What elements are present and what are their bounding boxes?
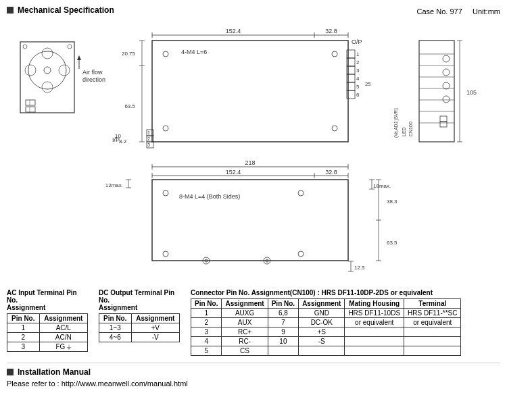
svg-point-39 — [163, 126, 168, 131]
dim-152-top: 152.4 — [226, 28, 241, 34]
svg-point-38 — [332, 51, 337, 57]
dim-63: 63.5 — [387, 240, 397, 246]
section-header-mech: Mechanical Specification — [7, 5, 114, 15]
svg-rect-62 — [440, 116, 447, 122]
tables-row: AC Input Terminal Pin No. Assignment Pin… — [7, 289, 500, 356]
table-row: 1~3+V — [99, 323, 180, 333]
svg-point-5 — [25, 65, 36, 76]
table-row: 2AC/N — [7, 333, 88, 342]
case-info: Case No. 977 Unit:mm — [417, 7, 501, 16]
svg-point-64 — [443, 55, 450, 62]
svg-text:6: 6 — [356, 92, 360, 98]
svg-rect-10 — [26, 107, 35, 112]
svg-rect-63 — [440, 122, 447, 127]
svg-point-40 — [332, 126, 337, 131]
table-row: 4RC-10-S — [191, 337, 461, 346]
mechanical-diagram: Air flow direction 152.4 32.8 20.75 63.5… — [7, 22, 507, 282]
table-row: 3RC+9+S — [191, 327, 461, 337]
svg-text:3: 3 — [147, 142, 150, 147]
ac-input-section: AC Input Terminal Pin No. Assignment Pin… — [7, 289, 88, 352]
svg-point-6 — [59, 65, 70, 76]
table-row: 2AUX7DC-OKor equivalentor equivalent — [191, 318, 461, 327]
dc-table: Pin No. Assignment 1~3+V4~6-V — [99, 313, 180, 342]
svg-rect-21 — [152, 41, 348, 142]
installation-section: Installation Manual Please refer to : ht… — [7, 363, 500, 388]
svg-point-2 — [44, 67, 51, 74]
svg-point-86 — [163, 190, 168, 196]
svg-point-87 — [298, 190, 304, 196]
screw-label-bottom: 8-M4 L=4 (Both Sides) — [179, 193, 240, 200]
mech-top-bar: Mechanical Specification Case No. 977 Un… — [7, 5, 500, 18]
dim-38: 38.3 — [387, 199, 397, 205]
table-row: 5CS — [191, 346, 461, 356]
ac-table-title: AC Input Terminal Pin No. Assignment — [7, 289, 88, 311]
table-row: 4~6-V — [99, 333, 180, 342]
section-icon — [7, 7, 14, 14]
svg-text:3: 3 — [356, 68, 360, 74]
install-link-text: Please refer to : http://www.meanwell.co… — [7, 379, 500, 388]
svg-rect-0 — [20, 42, 74, 113]
dc-table-title: DC Output Terminal Pin No. Assignment — [99, 289, 180, 311]
svg-text:8.2: 8.2 — [119, 138, 127, 145]
svg-point-88 — [163, 251, 168, 257]
dc-output-section: DC Output Terminal Pin No. Assignment Pi… — [99, 289, 180, 342]
connector-section: Connector Pin No. Assignment(CN100) : HR… — [191, 289, 461, 356]
dim-152-bottom: 152.4 — [226, 169, 241, 176]
install-header: Installation Manual — [7, 367, 500, 377]
svg-text:2: 2 — [356, 59, 360, 65]
svg-rect-54 — [419, 41, 454, 142]
dim-105: 105 — [466, 89, 477, 96]
svg-text:direction: direction — [82, 76, 105, 83]
table-row: 1AUXG6,8GNDHRS DF11-10DSHRS DF11-**SC — [191, 309, 461, 318]
screw-label-top: 4-M4 L=6 — [181, 49, 207, 55]
ac-col-assign: Assignment — [39, 314, 87, 323]
dim-12max: 12max. — [105, 182, 123, 188]
svg-rect-79 — [152, 180, 348, 261]
diagram-area: Air flow direction 152.4 32.8 20.75 63.5… — [7, 22, 500, 285]
section-title: Mechanical Specification — [18, 5, 114, 15]
svr1-label: (Va.ADJ.)SVR1 — [393, 107, 399, 138]
table-row: 3FG ⏚ — [7, 342, 88, 352]
ac-col-pin: Pin No. — [7, 314, 40, 323]
svg-point-4 — [42, 82, 53, 93]
svg-point-67 — [443, 96, 450, 103]
svg-text:5: 5 — [356, 84, 360, 90]
svg-point-8 — [68, 45, 72, 49]
svg-point-1 — [28, 51, 66, 89]
dim-32-top: 32.8 — [325, 28, 337, 34]
unit: Unit:mm — [473, 7, 500, 16]
ac-table: Pin No. Assignment 1AC/L2AC/N3FG ⏚ — [7, 313, 88, 352]
dim-32-bottom: 32.8 — [325, 169, 337, 176]
dc-col-pin: Pin No. — [99, 314, 132, 323]
svg-text:25: 25 — [365, 81, 370, 87]
op-label: O/P — [352, 38, 362, 45]
dim-12-5: 12.5 — [354, 265, 365, 271]
svg-point-37 — [163, 51, 168, 57]
dc-col-assign: Assignment — [131, 314, 179, 323]
svg-point-3 — [42, 48, 53, 59]
svg-text:1: 1 — [147, 130, 150, 135]
svg-text:1: 1 — [356, 51, 360, 57]
dim-218: 218 — [245, 159, 255, 166]
svg-text:2: 2 — [147, 136, 150, 141]
cn100-label: CN100 — [408, 122, 413, 136]
svg-text:63.5: 63.5 — [124, 103, 135, 109]
svg-text:4: 4 — [356, 76, 360, 82]
svg-text:20.75: 20.75 — [122, 51, 136, 57]
dim-18max: 18max. — [373, 183, 391, 189]
connector-title: Connector Pin No. Assignment(CN100) : HR… — [191, 289, 461, 296]
case-no: Case No. 977 — [417, 7, 462, 16]
svg-rect-9 — [26, 100, 35, 105]
install-title: Installation Manual — [18, 367, 91, 377]
svg-point-89 — [298, 251, 304, 257]
svg-marker-15 — [77, 55, 81, 60]
airflow-label: Air flow — [82, 69, 103, 76]
install-icon — [7, 369, 14, 375]
led-label: LED — [402, 127, 406, 136]
connector-table: Pin No.AssignmentPin No.AssignmentMating… — [191, 298, 461, 356]
svg-point-65 — [443, 69, 450, 76]
table-row: 1AC/L — [7, 323, 88, 333]
svg-point-7 — [23, 45, 27, 49]
svg-point-66 — [443, 82, 450, 89]
